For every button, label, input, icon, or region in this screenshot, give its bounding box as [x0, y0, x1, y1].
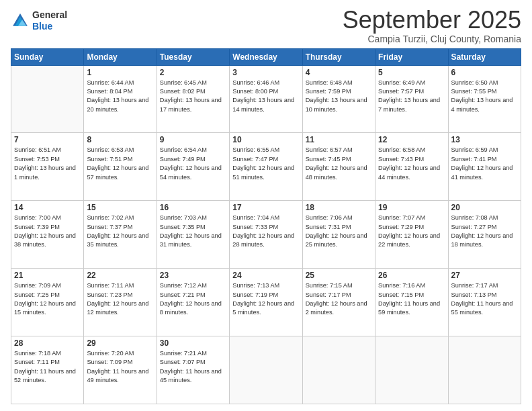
day-number: 13: [451, 135, 518, 144]
day-info: Sunrise: 6:49 AMSunset: 7:57 PMDaylight:…: [378, 79, 445, 114]
day-number: 24: [232, 271, 299, 280]
calendar-cell: 26Sunrise: 7:16 AMSunset: 7:15 PMDayligh…: [375, 269, 448, 336]
calendar-cell: 30Sunrise: 7:21 AMSunset: 7:07 PMDayligh…: [157, 336, 229, 404]
day-number: 5: [378, 68, 445, 77]
day-info: Sunrise: 7:00 AMSunset: 7:39 PMDaylight:…: [14, 214, 81, 249]
day-number: 6: [451, 68, 518, 77]
days-header-row: SundayMondayTuesdayWednesdayThursdayFrid…: [11, 48, 521, 65]
logo-general: General: [32, 9, 67, 20]
calendar-table: SundayMondayTuesdayWednesdayThursdayFrid…: [11, 48, 521, 404]
week-row-1: 1Sunrise: 6:44 AMSunset: 8:04 PMDaylight…: [11, 65, 521, 133]
calendar-cell: 3Sunrise: 6:46 AMSunset: 8:00 PMDaylight…: [230, 65, 302, 133]
day-number: 2: [160, 68, 226, 77]
page: General Blue September 2025 Campia Turzi…: [0, 0, 532, 411]
day-number: 23: [160, 271, 226, 280]
location: Campia Turzii, Cluj County, Romania: [343, 34, 521, 44]
logo: General Blue: [11, 9, 67, 32]
day-info: Sunrise: 7:02 AMSunset: 7:37 PMDaylight:…: [87, 214, 153, 249]
day-header-sunday: Sunday: [11, 48, 84, 65]
calendar-cell: 12Sunrise: 6:58 AMSunset: 7:43 PMDayligh…: [375, 133, 448, 201]
day-info: Sunrise: 6:44 AMSunset: 8:04 PMDaylight:…: [87, 79, 153, 114]
day-number: 7: [14, 135, 81, 144]
day-header-wednesday: Wednesday: [230, 48, 302, 65]
calendar-cell: 17Sunrise: 7:04 AMSunset: 7:33 PMDayligh…: [230, 201, 302, 269]
day-info: Sunrise: 7:15 AMSunset: 7:17 PMDaylight:…: [306, 281, 372, 317]
calendar-cell: 23Sunrise: 7:12 AMSunset: 7:21 PMDayligh…: [157, 269, 229, 336]
calendar-cell: 10Sunrise: 6:55 AMSunset: 7:47 PMDayligh…: [230, 133, 302, 201]
day-number: 29: [87, 338, 153, 348]
week-row-4: 21Sunrise: 7:09 AMSunset: 7:25 PMDayligh…: [11, 269, 521, 336]
day-info: Sunrise: 6:45 AMSunset: 8:02 PMDaylight:…: [160, 79, 226, 114]
calendar-cell: 19Sunrise: 7:07 AMSunset: 7:29 PMDayligh…: [375, 201, 448, 269]
day-info: Sunrise: 6:51 AMSunset: 7:53 PMDaylight:…: [14, 146, 81, 181]
day-info: Sunrise: 7:17 AMSunset: 7:13 PMDaylight:…: [451, 281, 518, 317]
day-header-saturday: Saturday: [448, 48, 521, 65]
day-info: Sunrise: 7:06 AMSunset: 7:31 PMDaylight:…: [306, 214, 372, 249]
day-info: Sunrise: 6:50 AMSunset: 7:55 PMDaylight:…: [451, 79, 518, 114]
day-info: Sunrise: 6:53 AMSunset: 7:51 PMDaylight:…: [87, 146, 153, 181]
day-number: 15: [87, 203, 153, 212]
day-number: 28: [14, 338, 81, 348]
day-number: 20: [451, 203, 518, 212]
day-info: Sunrise: 7:12 AMSunset: 7:21 PMDaylight:…: [160, 281, 226, 317]
calendar-cell: 20Sunrise: 7:08 AMSunset: 7:27 PMDayligh…: [448, 201, 521, 269]
calendar-cell: 15Sunrise: 7:02 AMSunset: 7:37 PMDayligh…: [84, 201, 157, 269]
calendar-cell: 14Sunrise: 7:00 AMSunset: 7:39 PMDayligh…: [11, 201, 84, 269]
calendar-cell: 29Sunrise: 7:20 AMSunset: 7:09 PMDayligh…: [84, 336, 157, 404]
day-info: Sunrise: 7:11 AMSunset: 7:23 PMDaylight:…: [87, 281, 153, 317]
header: General Blue September 2025 Campia Turzi…: [11, 7, 521, 44]
day-info: Sunrise: 6:55 AMSunset: 7:47 PMDaylight:…: [232, 146, 299, 181]
day-number: 21: [14, 271, 81, 280]
day-number: 25: [306, 271, 372, 280]
month-title: September 2025: [343, 7, 521, 34]
day-info: Sunrise: 7:21 AMSunset: 7:07 PMDaylight:…: [160, 349, 226, 385]
calendar-cell: 4Sunrise: 6:48 AMSunset: 7:59 PMDaylight…: [302, 65, 375, 133]
calendar-cell: 16Sunrise: 7:03 AMSunset: 7:35 PMDayligh…: [157, 201, 229, 269]
week-row-5: 28Sunrise: 7:18 AMSunset: 7:11 PMDayligh…: [11, 336, 521, 404]
day-header-friday: Friday: [375, 48, 448, 65]
day-info: Sunrise: 7:09 AMSunset: 7:25 PMDaylight:…: [14, 281, 81, 317]
day-number: 14: [14, 203, 81, 212]
calendar-cell: 1Sunrise: 6:44 AMSunset: 8:04 PMDaylight…: [84, 65, 157, 133]
day-header-thursday: Thursday: [302, 48, 375, 65]
calendar-cell: 25Sunrise: 7:15 AMSunset: 7:17 PMDayligh…: [302, 269, 375, 336]
day-info: Sunrise: 6:54 AMSunset: 7:49 PMDaylight:…: [160, 146, 226, 181]
day-info: Sunrise: 7:18 AMSunset: 7:11 PMDaylight:…: [14, 349, 81, 385]
day-number: 17: [232, 203, 299, 212]
calendar-cell: 8Sunrise: 6:53 AMSunset: 7:51 PMDaylight…: [84, 133, 157, 201]
day-info: Sunrise: 7:13 AMSunset: 7:19 PMDaylight:…: [232, 281, 299, 317]
calendar-cell: 6Sunrise: 6:50 AMSunset: 7:55 PMDaylight…: [448, 65, 521, 133]
day-number: 11: [306, 135, 372, 144]
day-number: 8: [87, 135, 153, 144]
calendar-cell: 2Sunrise: 6:45 AMSunset: 8:02 PMDaylight…: [157, 65, 229, 133]
day-number: 18: [306, 203, 372, 212]
calendar-cell: 28Sunrise: 7:18 AMSunset: 7:11 PMDayligh…: [11, 336, 84, 404]
calendar-cell: 18Sunrise: 7:06 AMSunset: 7:31 PMDayligh…: [302, 201, 375, 269]
day-number: 9: [160, 135, 226, 144]
day-number: 19: [378, 203, 445, 212]
day-number: 22: [87, 271, 153, 280]
calendar-cell: 7Sunrise: 6:51 AMSunset: 7:53 PMDaylight…: [11, 133, 84, 201]
day-header-monday: Monday: [84, 48, 157, 65]
calendar-cell: [302, 336, 375, 404]
calendar-cell: 22Sunrise: 7:11 AMSunset: 7:23 PMDayligh…: [84, 269, 157, 336]
day-number: 26: [378, 271, 445, 280]
day-number: 27: [451, 271, 518, 280]
day-number: 4: [306, 68, 372, 77]
day-number: 16: [160, 203, 226, 212]
calendar-cell: 21Sunrise: 7:09 AMSunset: 7:25 PMDayligh…: [11, 269, 84, 336]
calendar-cell: [11, 65, 84, 133]
calendar-cell: 27Sunrise: 7:17 AMSunset: 7:13 PMDayligh…: [448, 269, 521, 336]
calendar-cell: [448, 336, 521, 404]
day-number: 3: [232, 68, 299, 77]
day-info: Sunrise: 7:16 AMSunset: 7:15 PMDaylight:…: [378, 281, 445, 317]
day-info: Sunrise: 7:07 AMSunset: 7:29 PMDaylight:…: [378, 214, 445, 249]
week-row-2: 7Sunrise: 6:51 AMSunset: 7:53 PMDaylight…: [11, 133, 521, 201]
day-number: 30: [160, 338, 226, 348]
day-number: 1: [87, 68, 153, 77]
day-info: Sunrise: 7:04 AMSunset: 7:33 PMDaylight:…: [232, 214, 299, 249]
calendar-cell: 13Sunrise: 6:59 AMSunset: 7:41 PMDayligh…: [448, 133, 521, 201]
calendar-cell: 24Sunrise: 7:13 AMSunset: 7:19 PMDayligh…: [230, 269, 302, 336]
calendar-cell: [375, 336, 448, 404]
logo-blue: Blue: [32, 21, 52, 32]
